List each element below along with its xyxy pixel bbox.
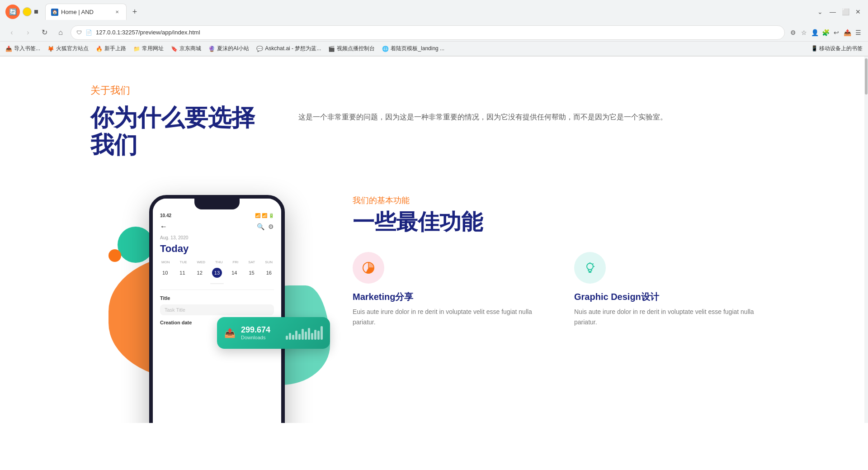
feature-item-marketing: Marketing分享 Euis aute irure dolor in re … [353, 252, 556, 327]
marketing-icon-circle [353, 252, 384, 284]
close-window-icon[interactable]: ✕ [854, 7, 863, 16]
landing-icon: 🌐 [382, 46, 389, 52]
chart-bar [302, 329, 304, 340]
search-settings-icon[interactable]: ⚙ [788, 28, 797, 37]
scrollbar-thumb[interactable] [865, 58, 868, 95]
back-button[interactable]: ‹ [5, 26, 18, 39]
askchat-icon: 💬 [256, 46, 263, 52]
about-left: 关于我们 你为什么要选择 我们 [90, 84, 262, 159]
video-icon: 🎬 [328, 46, 335, 52]
phone-days: 10 11 12 13 14 15 16 [153, 266, 281, 281]
bookmark-firefox[interactable]: 🦊 火狐官方站点 [47, 45, 89, 52]
forward-button[interactable]: › [22, 26, 34, 39]
design-icon-circle [574, 252, 606, 284]
nav-bar: ‹ › ↻ ⌂ 🛡 📄 127.0.0.1:32257/preview/app/… [0, 24, 868, 42]
title-bar: 🔄 🏠 Home | AND ✕ + ⌄ — ⬜ ✕ [0, 0, 868, 24]
undo-icon[interactable]: ↩ [832, 28, 841, 37]
bookmark-jd[interactable]: 🔖 京东商城 [171, 45, 201, 52]
svg-line-6 [593, 264, 594, 265]
window-controls: 🔄 [5, 5, 38, 19]
scrollbar[interactable] [864, 57, 868, 423]
chart-bar [314, 330, 316, 339]
firefox-icon: 🦊 [47, 46, 54, 52]
bookmark-ai[interactable]: 🔮 夏沫的AI小站 [208, 45, 249, 52]
user-icon[interactable]: 👤 [810, 28, 819, 37]
phone-time: 10.42 [160, 213, 171, 218]
tab-close-button[interactable]: ✕ [113, 9, 121, 16]
tab-favicon: 🏠 [51, 9, 58, 16]
refresh-button[interactable]: ↻ [38, 26, 51, 39]
mobile-icon: 📱 [811, 45, 818, 52]
bookmark-common[interactable]: 📁 常用网址 [133, 45, 164, 52]
tab-list-icon[interactable]: ⌄ [816, 7, 825, 16]
chart-bar [317, 331, 320, 339]
bookmark-mobile[interactable]: 📱 移动设备上的书签 [811, 45, 863, 52]
share-icon[interactable]: 📤 [843, 28, 852, 37]
svg-point-3 [587, 263, 593, 270]
features-right: 我们的基本功能 一些最佳功能 Marketing分享 [353, 186, 778, 328]
tab-bar: 🏠 Home | AND ✕ + [45, 4, 812, 20]
ai-icon: 🔮 [208, 46, 215, 52]
phone-status-bar: 10.42 📶 📶 🔋 [153, 211, 281, 220]
menu-icon[interactable]: ☰ [854, 28, 863, 37]
chart-bar [295, 331, 297, 339]
active-tab[interactable]: 🏠 Home | AND ✕ [45, 4, 127, 20]
chart-bar [286, 336, 288, 340]
phone-screen: 10.42 📶 📶 🔋 ← 🔍 ⚙ Aug. 13, 2020 Today MO… [153, 199, 281, 423]
tab-title: Home | AND [61, 9, 111, 15]
address-bar[interactable]: 🛡 📄 127.0.0.1:32257/preview/app/index.ht… [71, 25, 785, 40]
phone-back-icon: ← [160, 223, 167, 231]
extensions-icon[interactable]: 🧩 [821, 28, 830, 37]
chart-bar [298, 334, 301, 340]
deco-circle-green [118, 227, 154, 263]
bookmark-icon[interactable]: ☆ [799, 28, 808, 37]
about-section: 关于我们 你为什么要选择 我们 这是一个非常重要的问题，因为这是一种非常重要的情… [0, 57, 868, 177]
design-feature-name: Graphic Design设计 [574, 291, 778, 303]
bookmark-landing[interactable]: 🌐 着陆页模板_landing ... [382, 45, 444, 52]
chart-bar [289, 333, 291, 340]
bookmark-video[interactable]: 🎬 视频点播控制台 [328, 45, 375, 52]
jd-icon: 🔖 [171, 46, 178, 52]
common-icon: 📁 [133, 46, 140, 52]
features-grid: Marketing分享 Euis aute irure dolor in re … [353, 252, 778, 327]
url-text: 127.0.0.1:32257/preview/app/index.html [96, 29, 779, 36]
browser-chrome: 🔄 🏠 Home | AND ✕ + ⌄ — ⬜ ✕ ‹ › ↻ ⌂ 🛡 [0, 0, 868, 57]
phone-mockup: 10.42 📶 📶 🔋 ← 🔍 ⚙ Aug. 13, 2020 Today MO… [149, 195, 285, 423]
phone-task-input[interactable]: Task Title [160, 304, 274, 315]
about-tag: 关于我们 [90, 84, 262, 97]
security-icon: 🛡 [76, 29, 82, 36]
download-info: 299.674 Downloads [241, 325, 280, 340]
phone-title-label: Title [153, 292, 281, 303]
home-button[interactable]: ⌂ [54, 26, 67, 39]
features-title: 一些最佳功能 [353, 210, 778, 234]
chart-bar [311, 333, 313, 340]
phone-notch [194, 199, 240, 209]
bookmark-import[interactable]: 📥 导入书签... [5, 45, 40, 52]
phone-divider [160, 290, 274, 290]
about-right: 这是一个非常重要的问题，因为这是一种非常重要的情况，因为它没有提供任何帮助，而不… [298, 84, 778, 123]
page-content: 关于我们 你为什么要选择 我们 这是一个非常重要的问题，因为这是一种非常重要的情… [0, 57, 868, 423]
nav-right-icons: ⚙ ☆ 👤 🧩 ↩ 📤 ☰ [788, 28, 863, 37]
phone-date: Aug. 13, 2020 [153, 233, 281, 242]
deco-circle-red [108, 249, 121, 262]
pie-chart-icon [361, 261, 376, 275]
chart-bar [308, 328, 310, 340]
new-tab-button[interactable]: + [128, 5, 141, 18]
design-feature-desc: Nuis aute irure dolor in re derit in vol… [574, 307, 778, 327]
bookmark-newbie[interactable]: 🔥 新手上路 [96, 45, 126, 52]
marketing-feature-desc: Euis aute irure dolor in re derit in vol… [353, 307, 556, 327]
features-section: 10.42 📶 📶 🔋 ← 🔍 ⚙ Aug. 13, 2020 Today MO… [0, 177, 868, 394]
phone-signal-icons: 📶 📶 🔋 [255, 213, 274, 218]
bookmark-askchat[interactable]: 💬 Askchat.ai - 梦想为蓝... [256, 45, 321, 52]
about-title: 你为什么要选择 我们 [90, 104, 262, 159]
restore-window-icon[interactable]: ⬜ [841, 7, 850, 16]
chart-bar [305, 332, 307, 339]
minimize-button[interactable] [23, 7, 32, 16]
download-label: Downloads [241, 335, 280, 340]
minimize-window-icon[interactable]: — [828, 7, 837, 16]
phone-header-icons: 🔍 ⚙ [257, 223, 274, 230]
lightbulb-icon [583, 261, 597, 275]
profile-icon[interactable]: 🔄 [5, 5, 20, 19]
bookmarks-bar: 📥 导入书签... 🦊 火狐官方站点 🔥 新手上路 📁 常用网址 🔖 京东商城 … [0, 42, 868, 56]
phone-weekdays: MON TUE WED THU FRI SAT SUN [153, 258, 281, 266]
